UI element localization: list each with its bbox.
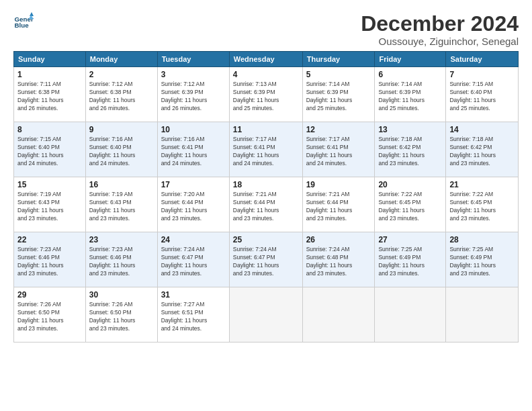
day-number: 1 — [17, 70, 82, 79]
day-info: Sunrise: 7:21 AMSunset: 6:44 PMDaylight:… — [306, 191, 371, 223]
calendar-cell: 19Sunrise: 7:21 AMSunset: 6:44 PMDayligh… — [302, 177, 375, 232]
day-number: 16 — [89, 180, 154, 189]
day-number: 10 — [161, 125, 226, 134]
calendar-cell — [375, 287, 446, 342]
day-info: Sunrise: 7:26 AMSunset: 6:50 PMDaylight:… — [17, 301, 82, 333]
calendar-cell: 16Sunrise: 7:19 AMSunset: 6:43 PMDayligh… — [85, 177, 157, 232]
day-info: Sunrise: 7:14 AMSunset: 6:39 PMDaylight:… — [378, 81, 442, 113]
day-info: Sunrise: 7:18 AMSunset: 6:42 PMDaylight:… — [378, 136, 442, 168]
day-info: Sunrise: 7:11 AMSunset: 6:38 PMDaylight:… — [17, 81, 82, 113]
logo: General Blue — [13, 12, 34, 32]
calendar-cell: 13Sunrise: 7:18 AMSunset: 6:42 PMDayligh… — [375, 122, 446, 177]
day-info: Sunrise: 7:19 AMSunset: 6:43 PMDaylight:… — [89, 191, 154, 223]
calendar-cell: 15Sunrise: 7:19 AMSunset: 6:43 PMDayligh… — [14, 177, 86, 232]
day-number: 11 — [233, 125, 299, 134]
day-info: Sunrise: 7:24 AMSunset: 6:48 PMDaylight:… — [306, 246, 371, 278]
calendar-cell: 2Sunrise: 7:12 AMSunset: 6:38 PMDaylight… — [85, 67, 157, 122]
calendar-cell: 31Sunrise: 7:27 AMSunset: 6:51 PMDayligh… — [157, 287, 229, 342]
day-number: 22 — [17, 235, 82, 244]
day-number: 12 — [306, 125, 371, 134]
day-number: 4 — [233, 70, 299, 79]
calendar-cell: 28Sunrise: 7:25 AMSunset: 6:49 PMDayligh… — [446, 232, 519, 287]
day-header: Thursday — [302, 52, 375, 67]
day-info: Sunrise: 7:22 AMSunset: 6:45 PMDaylight:… — [378, 191, 442, 223]
calendar-cell: 10Sunrise: 7:16 AMSunset: 6:41 PMDayligh… — [157, 122, 229, 177]
day-info: Sunrise: 7:22 AMSunset: 6:45 PMDaylight:… — [449, 191, 515, 223]
calendar-week-row: 29Sunrise: 7:26 AMSunset: 6:50 PMDayligh… — [14, 287, 519, 342]
calendar-cell: 21Sunrise: 7:22 AMSunset: 6:45 PMDayligh… — [446, 177, 519, 232]
day-number: 30 — [89, 290, 154, 300]
day-number: 29 — [17, 290, 82, 300]
day-info: Sunrise: 7:24 AMSunset: 6:47 PMDaylight:… — [161, 246, 226, 278]
day-info: Sunrise: 7:25 AMSunset: 6:49 PMDaylight:… — [449, 246, 515, 278]
calendar-cell: 4Sunrise: 7:13 AMSunset: 6:39 PMDaylight… — [229, 67, 302, 122]
calendar-week-row: 22Sunrise: 7:23 AMSunset: 6:46 PMDayligh… — [14, 232, 519, 287]
day-number: 8 — [17, 125, 82, 134]
calendar-cell: 11Sunrise: 7:17 AMSunset: 6:41 PMDayligh… — [229, 122, 302, 177]
calendar-page: General Blue December 2024 Oussouye, Zig… — [0, 0, 532, 411]
calendar-cell: 25Sunrise: 7:24 AMSunset: 6:47 PMDayligh… — [229, 232, 302, 287]
calendar-cell: 3Sunrise: 7:12 AMSunset: 6:39 PMDaylight… — [157, 67, 229, 122]
calendar-cell: 23Sunrise: 7:23 AMSunset: 6:46 PMDayligh… — [85, 232, 157, 287]
calendar-cell: 12Sunrise: 7:17 AMSunset: 6:41 PMDayligh… — [302, 122, 375, 177]
day-number: 2 — [89, 70, 154, 79]
day-number: 3 — [161, 70, 226, 79]
day-header: Monday — [85, 52, 157, 67]
calendar-cell — [229, 287, 302, 342]
day-number: 20 — [378, 180, 442, 189]
day-number: 14 — [449, 125, 515, 134]
calendar-cell: 7Sunrise: 7:15 AMSunset: 6:40 PMDaylight… — [446, 67, 519, 122]
day-info: Sunrise: 7:24 AMSunset: 6:47 PMDaylight:… — [233, 246, 299, 278]
day-number: 27 — [378, 235, 442, 244]
day-info: Sunrise: 7:26 AMSunset: 6:50 PMDaylight:… — [89, 301, 154, 333]
day-number: 21 — [449, 180, 515, 189]
calendar-cell: 26Sunrise: 7:24 AMSunset: 6:48 PMDayligh… — [302, 232, 375, 287]
calendar-cell: 24Sunrise: 7:24 AMSunset: 6:47 PMDayligh… — [157, 232, 229, 287]
day-number: 19 — [306, 180, 371, 189]
calendar-header-row: SundayMondayTuesdayWednesdayThursdayFrid… — [14, 52, 519, 67]
calendar-week-row: 8Sunrise: 7:15 AMSunset: 6:40 PMDaylight… — [14, 122, 519, 177]
month-title: December 2024 — [361, 12, 519, 36]
day-number: 24 — [161, 235, 226, 244]
day-header: Wednesday — [229, 52, 302, 67]
day-number: 31 — [161, 290, 226, 300]
day-info: Sunrise: 7:12 AMSunset: 6:39 PMDaylight:… — [161, 81, 226, 113]
location-title: Oussouye, Ziguinchor, Senegal — [361, 36, 519, 47]
day-info: Sunrise: 7:16 AMSunset: 6:41 PMDaylight:… — [161, 136, 226, 168]
day-info: Sunrise: 7:17 AMSunset: 6:41 PMDaylight:… — [306, 136, 371, 168]
day-number: 26 — [306, 235, 371, 244]
day-info: Sunrise: 7:19 AMSunset: 6:43 PMDaylight:… — [17, 191, 82, 223]
day-info: Sunrise: 7:23 AMSunset: 6:46 PMDaylight:… — [89, 246, 154, 278]
day-info: Sunrise: 7:27 AMSunset: 6:51 PMDaylight:… — [161, 301, 226, 333]
calendar-cell — [446, 287, 519, 342]
day-number: 7 — [449, 70, 515, 79]
day-number: 15 — [17, 180, 82, 189]
day-info: Sunrise: 7:15 AMSunset: 6:40 PMDaylight:… — [17, 136, 82, 168]
header: General Blue December 2024 Oussouye, Zig… — [13, 12, 519, 47]
day-info: Sunrise: 7:13 AMSunset: 6:39 PMDaylight:… — [233, 81, 299, 113]
calendar-table: SundayMondayTuesdayWednesdayThursdayFrid… — [13, 51, 519, 342]
day-info: Sunrise: 7:25 AMSunset: 6:49 PMDaylight:… — [378, 246, 442, 278]
title-area: December 2024 Oussouye, Ziguinchor, Sene… — [361, 12, 519, 47]
calendar-cell: 6Sunrise: 7:14 AMSunset: 6:39 PMDaylight… — [375, 67, 446, 122]
day-info: Sunrise: 7:17 AMSunset: 6:41 PMDaylight:… — [233, 136, 299, 168]
calendar-cell: 8Sunrise: 7:15 AMSunset: 6:40 PMDaylight… — [14, 122, 86, 177]
day-header: Tuesday — [157, 52, 229, 67]
calendar-cell: 17Sunrise: 7:20 AMSunset: 6:44 PMDayligh… — [157, 177, 229, 232]
day-info: Sunrise: 7:15 AMSunset: 6:40 PMDaylight:… — [449, 81, 515, 113]
day-info: Sunrise: 7:21 AMSunset: 6:44 PMDaylight:… — [233, 191, 299, 223]
calendar-cell: 22Sunrise: 7:23 AMSunset: 6:46 PMDayligh… — [14, 232, 86, 287]
calendar-cell: 18Sunrise: 7:21 AMSunset: 6:44 PMDayligh… — [229, 177, 302, 232]
calendar-body: 1Sunrise: 7:11 AMSunset: 6:38 PMDaylight… — [14, 67, 519, 342]
day-number: 28 — [449, 235, 515, 244]
day-info: Sunrise: 7:20 AMSunset: 6:44 PMDaylight:… — [161, 191, 226, 223]
calendar-cell — [302, 287, 375, 342]
calendar-cell: 27Sunrise: 7:25 AMSunset: 6:49 PMDayligh… — [375, 232, 446, 287]
day-info: Sunrise: 7:23 AMSunset: 6:46 PMDaylight:… — [17, 246, 82, 278]
day-number: 9 — [89, 125, 154, 134]
day-header: Sunday — [14, 52, 86, 67]
day-header: Saturday — [446, 52, 519, 67]
svg-marker-2 — [30, 12, 34, 16]
day-number: 5 — [306, 70, 371, 79]
day-number: 17 — [161, 180, 226, 189]
